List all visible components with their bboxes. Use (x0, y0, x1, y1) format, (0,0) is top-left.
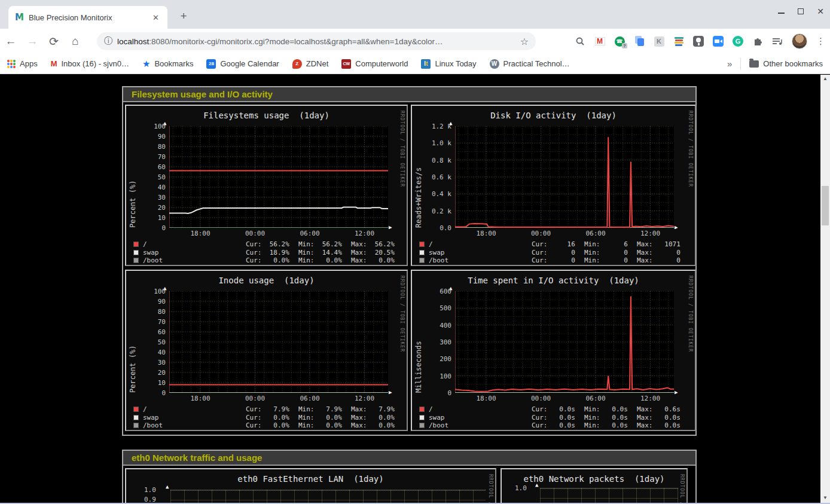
legend-row: swapCur: 0.0sMin: 0.0sMax: 0.0s (419, 414, 691, 422)
y-tick-label: 70 (126, 318, 166, 326)
graph-io-time[interactable]: Time spent in I/O activity (1day)Millise… (411, 270, 696, 431)
legend-color-swatch (133, 250, 139, 255)
legend-stat-min: Min: 56.2% (298, 240, 351, 248)
legend-row: swapCur: 0Min: 0Max: 0 (419, 249, 691, 257)
legend-series-name: swap (429, 414, 532, 421)
legend-color-swatch (419, 258, 425, 263)
bookmark-computerworld[interactable]: CW Computerworld (341, 59, 408, 69)
playlist-icon[interactable] (772, 36, 783, 47)
tab-strip: M Blue Precision Monitorix ✕ + ✕ (0, 0, 830, 29)
graph-eth0-lan[interactable]: eth0 FastEthernet LAN (1day) ▲ 1.0 0.9 R… (125, 468, 496, 504)
chart-title: Disk I/O activity (1day) (412, 111, 695, 120)
x-tick-label: 06:00 (581, 230, 610, 237)
bookmarks-overflow-chevron[interactable]: » (727, 59, 732, 69)
y-tick-label: 70 (126, 153, 166, 161)
copy-extension-icon[interactable] (634, 36, 645, 47)
reload-icon[interactable]: ⟳ (43, 35, 65, 48)
browser-tab[interactable]: M Blue Precision Monitorix ✕ (8, 6, 167, 29)
maximize-button[interactable] (798, 8, 804, 14)
legend-color-swatch (419, 423, 425, 428)
window-close-button[interactable]: ✕ (817, 8, 824, 14)
bookmark-star-icon[interactable]: ☆ (520, 36, 529, 47)
legend-color-swatch (133, 415, 139, 420)
legend-stat-min: Min: 0.0s (584, 414, 637, 421)
x-tick-label: 00:00 (240, 395, 269, 402)
page-content: Filesystem usage and I/O activity Filesy… (0, 75, 820, 504)
bookmark-apps[interactable]: Apps (7, 59, 38, 68)
bookmark-zdnet[interactable]: Z ZDNet (292, 59, 329, 69)
chart-legend: /Cur: 56.2%Min: 56.2%Max: 56.2%swapCur: … (133, 240, 403, 265)
computerworld-icon: CW (341, 59, 351, 69)
tab-close-icon[interactable]: ✕ (150, 12, 161, 23)
legend-series-name: swap (429, 249, 532, 256)
graph-inode-usage[interactable]: Inode usage (1day)Percent (%)RRDTOOL / T… (125, 270, 408, 431)
plot-grid (540, 488, 678, 504)
browser-window: M Blue Precision Monitorix ✕ + ✕ ← → ⟳ ⌂… (0, 0, 830, 504)
legend-row: /Cur: 16Min: 6Max: 1071 (419, 240, 691, 249)
legend-stat-min: Min: 0.0s (584, 421, 637, 429)
chart-legend: /Cur: 7.9%Min: 7.9%Max: 7.9%swapCur: 0.0… (133, 405, 403, 430)
address-bar[interactable]: ⓘ localhost:8080/monitorix-cgi/monitorix… (97, 32, 536, 50)
legend-stat-cur: Cur: 18.9% (246, 249, 298, 256)
y-tick-label: 1.0 k (412, 139, 451, 147)
site-info-icon[interactable]: ⓘ (104, 36, 112, 47)
menu-dots-icon[interactable]: ⋮ (816, 36, 825, 47)
axis-up-arrow: ▲ (166, 484, 169, 490)
legend-series-name: / (143, 240, 246, 248)
zoom-extension-icon[interactable] (713, 36, 724, 47)
other-bookmarks-button[interactable]: Other bookmarks (749, 59, 823, 68)
question-badge: ? (622, 43, 627, 48)
extensions-puzzle-icon[interactable] (752, 36, 763, 47)
axis-right-arrow: ▶ (389, 389, 392, 395)
minimize-button[interactable] (778, 9, 785, 14)
graph-filesystems-usage[interactable]: Filesystems usage (1day)Percent (%)RRDTO… (125, 105, 408, 266)
x-tick-label: 00:00 (526, 395, 555, 402)
scrollbar-thumb[interactable] (822, 186, 829, 225)
forward-icon[interactable]: → (22, 35, 43, 48)
y-tick-label: 0.6 k (412, 173, 451, 181)
voice-extension-icon[interactable]: ☎ ? (614, 36, 625, 47)
back-icon[interactable]: ← (0, 35, 22, 48)
graph-eth0-packets[interactable]: eth0 Network packets (1day) ▲ 1.0 s/s RR… (501, 468, 688, 504)
legend-series-name: swap (143, 249, 246, 256)
books-extension-icon[interactable] (673, 36, 684, 47)
grammarly-extension-icon[interactable]: G (733, 36, 743, 47)
x-tick-label: 18:00 (186, 230, 215, 237)
home-icon[interactable]: ⌂ (65, 35, 86, 48)
scroll-down-icon[interactable]: ▼ (820, 494, 830, 502)
legend-stat-max: Max: 0.0% (351, 421, 404, 429)
legend-stat-min: Min: 0 (584, 249, 637, 256)
bookmark-linux-today[interactable]: lt Linux Today (421, 59, 476, 69)
bookmark-practical-technology[interactable]: W Practical Technol… (490, 59, 570, 69)
bookmark-inbox[interactable]: M Inbox (16) - sjvn0… (51, 59, 129, 68)
profile-avatar[interactable] (792, 33, 807, 49)
y-tick-label: 1.0 (144, 486, 156, 494)
bookmark-bookmarks[interactable]: ★ Bookmarks (142, 59, 193, 69)
y-tick-label: 100 (126, 123, 166, 130)
legend-row: /bootCur: 0.0%Min: 0.0%Max: 0.0% (133, 421, 403, 430)
divider (740, 58, 741, 70)
vertical-scrollbar[interactable]: ▲ ▼ (820, 75, 830, 504)
y-tick-label: 600 (412, 288, 451, 295)
url-text[interactable]: localhost:8080/monitorix-cgi/monitorix.c… (117, 37, 515, 46)
legend-series-name: / (429, 405, 532, 413)
legend-stat-cur: Cur: 0.0% (246, 256, 298, 264)
legend-stat-max: Max: 0.0s (637, 421, 689, 429)
y-tick-label: 0.0 (412, 224, 451, 232)
gmail-icon: M (51, 59, 57, 68)
legend-stat-max: Max: 0.0s (637, 414, 689, 421)
scroll-up-icon[interactable]: ▲ (820, 75, 830, 83)
new-tab-button[interactable]: + (176, 10, 191, 23)
bookmark-google-calendar[interactable]: 28 Google Calendar (206, 59, 279, 69)
chart-title: eth0 FastEthernet LAN (1day) (126, 474, 495, 484)
legend-stat-min: Min: 0.0% (298, 256, 351, 264)
search-extension-icon[interactable] (575, 36, 585, 47)
k-extension-icon[interactable]: K (654, 36, 664, 47)
graph-disk-io[interactable]: Disk I/O activity (1day)Reads+Writes/sRR… (411, 105, 696, 266)
legend-series-name: swap (143, 414, 246, 421)
lamp-extension-icon[interactable] (693, 36, 704, 47)
gmail-extension-icon[interactable]: M (594, 36, 605, 47)
rrdtool-watermark: RRDTOOL / TOBI OETIKER (399, 276, 405, 352)
legend-stat-cur: Cur: 0 (532, 256, 584, 264)
legend-series-name: /boot (143, 421, 246, 429)
